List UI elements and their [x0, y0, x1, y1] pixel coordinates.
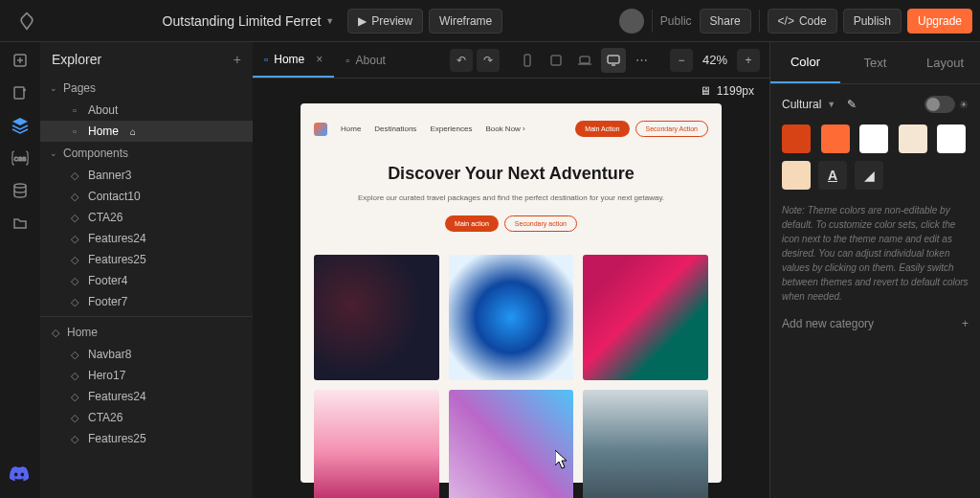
color-swatch[interactable] [782, 124, 811, 153]
text-color-tool[interactable]: A [818, 161, 847, 190]
page-about[interactable]: ▫About [40, 100, 253, 121]
component-icon: ◇ [69, 412, 80, 423]
css-icon[interactable]: CSS [10, 147, 31, 169]
device-tablet-icon[interactable] [544, 48, 568, 73]
database-icon[interactable] [10, 180, 31, 201]
edit-icon[interactable]: ✎ [847, 98, 857, 111]
home-item[interactable]: ◇CTA26 [40, 407, 253, 428]
component-item[interactable]: ◇Features25 [40, 249, 253, 270]
preview-page[interactable]: Home Destinations Experiences Book Now ›… [301, 103, 722, 483]
close-icon[interactable]: × [316, 53, 323, 66]
device-laptop-icon[interactable] [572, 48, 597, 73]
layers-icon[interactable] [10, 115, 31, 136]
gallery-image[interactable] [314, 255, 439, 380]
fill-tool[interactable]: ◢ [855, 161, 883, 190]
component-icon: ◇ [69, 349, 80, 360]
discord-icon[interactable] [10, 466, 29, 487]
explorer-panel: Explorer + ⌄Pages ▫About ▫Home⌂ ⌄Compone… [40, 42, 253, 498]
gallery-image[interactable] [449, 255, 574, 380]
component-item[interactable]: ◇Contact10 [40, 186, 253, 207]
component-icon: ◇ [50, 327, 61, 338]
home-item[interactable]: ◇Features25 [40, 428, 253, 449]
tab-home[interactable]: ▫Home× [253, 42, 334, 78]
component-item[interactable]: ◇Footer7 [40, 291, 253, 312]
left-rail: CSS [0, 42, 40, 498]
home-item[interactable]: ◇Hero17 [40, 365, 253, 386]
page-home[interactable]: ▫Home⌂ [40, 121, 253, 142]
tab-text[interactable]: Text [840, 42, 910, 83]
tab-color[interactable]: Color [770, 42, 840, 83]
tab-about[interactable]: ▫About [334, 42, 397, 78]
page-icon: ▫ [69, 125, 80, 137]
wireframe-button[interactable]: Wireframe [429, 9, 502, 34]
gallery-image[interactable] [583, 390, 708, 498]
more-icon[interactable]: ⋯ [630, 48, 655, 73]
folder-icon[interactable] [10, 213, 31, 234]
home-item[interactable]: ◇Navbar8 [40, 344, 253, 365]
theme-dropdown[interactable]: Cultural▼✎ [782, 98, 857, 111]
hero-subtitle[interactable]: Explore our curated travel packages and … [314, 193, 708, 202]
add-explorer-icon[interactable]: + [234, 52, 241, 67]
svg-rect-1 [14, 87, 24, 99]
project-name-dropdown[interactable]: Outstanding Limited Ferret▼ [163, 13, 335, 29]
component-item[interactable]: ◇Footer4 [40, 270, 253, 291]
page-icon: ▫ [345, 54, 349, 67]
share-button[interactable]: Share [700, 9, 751, 34]
right-panel: Color Text Layout Cultural▼✎ ☀ [769, 42, 980, 498]
preview-hero: Discover Your Next Adventure Explore our… [314, 164, 708, 232]
zoom-out-button[interactable]: − [670, 49, 693, 72]
hero-title[interactable]: Discover Your Next Adventure [314, 164, 708, 184]
device-desktop-icon[interactable] [601, 48, 626, 73]
color-swatch[interactable] [782, 161, 811, 190]
zoom-value: 42% [697, 53, 733, 67]
component-item[interactable]: ◇Features24 [40, 228, 253, 249]
user-avatar[interactable] [619, 9, 644, 34]
add-icon[interactable] [10, 50, 31, 71]
code-button[interactable]: </>Code [768, 9, 837, 34]
tab-layout[interactable]: Layout [910, 42, 980, 83]
component-icon: ◇ [69, 296, 80, 307]
preview-button[interactable]: ▶Preview [347, 9, 423, 34]
add-category-button[interactable]: Add new category+ [782, 317, 969, 330]
gallery-image[interactable] [583, 255, 708, 380]
color-swatch[interactable] [937, 124, 966, 153]
nav-link[interactable]: Experiences [430, 124, 472, 133]
main-action-button[interactable]: Main Action [575, 121, 629, 137]
svg-point-3 [14, 184, 26, 188]
pages-section[interactable]: ⌄Pages [40, 77, 253, 100]
nav-link[interactable]: Book Now › [485, 124, 524, 133]
svg-rect-5 [551, 56, 561, 65]
zoom-in-button[interactable]: + [737, 49, 760, 72]
home-item[interactable]: ◇Features24 [40, 386, 253, 407]
hero-secondary-button[interactable]: Secondary action [504, 215, 577, 232]
secondary-action-button[interactable]: Secondary Action [635, 121, 708, 137]
theme-toggle[interactable] [924, 96, 955, 113]
gallery-image[interactable] [449, 390, 574, 498]
hero-primary-button[interactable]: Main action [445, 215, 499, 232]
nav-link[interactable]: Home [341, 124, 361, 133]
device-mobile-icon[interactable] [515, 48, 540, 73]
redo-icon[interactable]: ↷ [477, 49, 500, 72]
component-item[interactable]: ◇Banner3 [40, 165, 253, 186]
topbar: Outstanding Limited Ferret▼ ▶Preview Wir… [0, 0, 980, 42]
upgrade-button[interactable]: Upgrade [907, 9, 972, 34]
color-swatch[interactable] [859, 124, 888, 153]
gallery-image[interactable] [314, 390, 439, 498]
nav-link[interactable]: Destinations [374, 124, 416, 133]
tabs-row: ▫Home× ▫About ↶ ↷ ⋯ − 42% + [253, 42, 769, 79]
canvas-width: 1199px [717, 84, 754, 98]
component-icon: ◇ [69, 191, 80, 202]
component-item[interactable]: ◇CTA26 [40, 207, 253, 228]
component-icon: ◇ [69, 233, 80, 244]
components-section[interactable]: ⌄Components [40, 142, 253, 165]
publish-button[interactable]: Publish [843, 9, 902, 34]
svg-rect-4 [524, 55, 530, 66]
color-swatch[interactable] [899, 124, 927, 153]
color-swatch[interactable] [821, 124, 850, 153]
undo-icon[interactable]: ↶ [450, 49, 473, 72]
component-icon: ◇ [69, 212, 80, 223]
add-page-icon[interactable] [10, 82, 31, 103]
page-icon: ▫ [69, 104, 80, 116]
home-icon: ⌂ [130, 126, 136, 137]
home-section[interactable]: ◇Home [40, 321, 253, 344]
